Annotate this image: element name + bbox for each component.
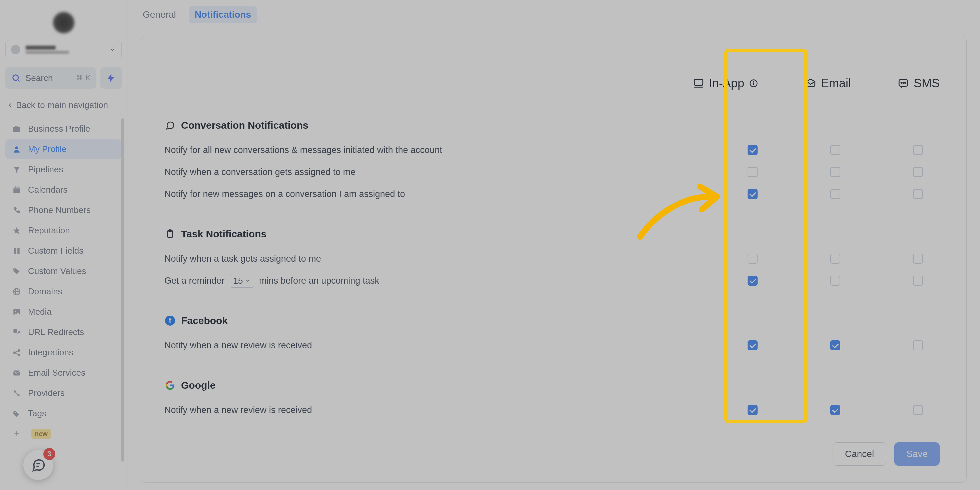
checkbox-email[interactable]: [830, 189, 840, 199]
sparkle-icon: [11, 430, 22, 438]
svg-rect-4: [13, 187, 20, 189]
reminder-value: 15: [234, 276, 243, 286]
sidebar-item-label: Email Services: [28, 368, 85, 378]
sidebar-item-label: URL Redirects: [28, 327, 84, 337]
section-title: Conversation Notifications: [181, 120, 309, 131]
chat-badge: 3: [43, 448, 55, 460]
share-icon: [11, 348, 22, 357]
sidebar-item-url-redirects[interactable]: URL Redirects: [5, 322, 122, 342]
footer-actions: Cancel Save: [833, 442, 940, 466]
checkbox-in-app[interactable]: [748, 145, 757, 155]
sidebar-item-label: Custom Values: [28, 266, 86, 276]
checkbox-sms[interactable]: [913, 340, 923, 350]
info-icon[interactable]: [749, 79, 758, 88]
section-title: Google: [181, 380, 215, 391]
sidebar-item-label: Tags: [28, 408, 46, 418]
notification-row: Notify when a new review is received: [164, 399, 943, 421]
tag-icon: [11, 267, 22, 276]
briefcase-icon: [11, 125, 22, 133]
sidebar-item-label: Reputation: [28, 225, 70, 235]
reminder-minutes-select[interactable]: 15: [230, 274, 254, 288]
sidebar-item-domains[interactable]: Domains: [5, 282, 122, 301]
checkbox-in-app[interactable]: [748, 276, 757, 286]
checkbox-in-app[interactable]: [748, 254, 757, 264]
checkbox-in-app[interactable]: [748, 167, 757, 177]
checkbox-in-app[interactable]: [748, 405, 757, 415]
sidebar-item-custom-values[interactable]: Custom Values: [5, 261, 122, 281]
monitor-icon: [693, 78, 704, 89]
clipboard-icon: [164, 228, 176, 240]
svg-point-2: [15, 146, 18, 150]
workspace-name: [25, 46, 69, 54]
quick-action-button[interactable]: [100, 67, 122, 89]
tab-general[interactable]: General: [137, 6, 182, 23]
checkbox-sms[interactable]: [913, 189, 923, 199]
checkbox-in-app[interactable]: [748, 340, 757, 350]
sidebar-nav: Business Profile My Profile Pipelines Ca…: [4, 119, 123, 444]
checkbox-email[interactable]: [830, 405, 840, 415]
workspace-logo: [53, 12, 74, 33]
sidebar-item-phone-numbers[interactable]: Phone Numbers: [5, 200, 122, 220]
lightning-icon: [107, 73, 116, 83]
sidebar-item-my-profile[interactable]: My Profile: [5, 139, 122, 159]
checkbox-email[interactable]: [830, 254, 840, 264]
channel-headers: In-App Email SMS: [693, 76, 940, 90]
facebook-icon: f: [164, 315, 176, 326]
channel-label: SMS: [914, 76, 940, 90]
channel-in-app: In-App: [693, 76, 758, 90]
svg-point-32: [753, 81, 754, 82]
sidebar-item-media[interactable]: Media: [5, 302, 122, 322]
checkbox-in-app[interactable]: [748, 189, 757, 199]
columns-icon: [11, 247, 22, 255]
new-badge: new: [31, 429, 51, 439]
checkbox-sms[interactable]: [913, 145, 923, 155]
checkbox-sms[interactable]: [913, 167, 923, 177]
sidebar-item-calendars[interactable]: Calendars: [5, 180, 122, 200]
tab-notifications[interactable]: Notifications: [189, 6, 258, 23]
sidebar-item-label: My Profile: [28, 144, 67, 154]
chat-widget-button[interactable]: 3: [23, 450, 53, 480]
checkbox-sms[interactable]: [913, 254, 923, 264]
sidebar-item-custom-fields[interactable]: Custom Fields: [5, 241, 122, 261]
search-input[interactable]: Search ⌘ K: [5, 67, 96, 89]
back-navigation[interactable]: Back to main navigation: [4, 97, 123, 118]
sidebar-item-new-feature[interactable]: new: [5, 424, 122, 444]
main-content: General Notifications In-App Email SMS: [127, 0, 980, 490]
svg-rect-7: [14, 248, 16, 254]
channel-email: Email: [805, 76, 851, 90]
sidebar-item-integrations[interactable]: Integrations: [5, 343, 122, 362]
chevron-down-icon: [245, 278, 250, 283]
notification-row: Notify when a conversation gets assigned…: [164, 161, 943, 183]
cancel-button[interactable]: Cancel: [833, 442, 886, 466]
checkbox-email[interactable]: [830, 276, 840, 286]
sidebar-item-business-profile[interactable]: Business Profile: [5, 119, 122, 138]
chat-icon: [164, 120, 176, 131]
svg-point-14: [15, 310, 16, 312]
sidebar-item-providers[interactable]: Providers: [5, 383, 122, 403]
sidebar-item-label: Business Profile: [28, 124, 90, 134]
sidebar-scrollbar[interactable]: [121, 118, 124, 462]
checkbox-email[interactable]: [830, 340, 840, 350]
checkbox-email[interactable]: [830, 167, 840, 177]
envelope-icon: [11, 369, 22, 377]
connector-icon: [11, 389, 22, 398]
sidebar-item-reputation[interactable]: Reputation: [5, 221, 122, 240]
checkbox-email[interactable]: [830, 145, 840, 155]
redirect-icon: [11, 328, 22, 337]
label-icon: [11, 409, 22, 418]
star-icon: [11, 226, 22, 235]
sidebar-item-email-services[interactable]: Email Services: [5, 363, 122, 383]
notification-row: Notify when a new review is received: [164, 334, 943, 356]
row-label: Notify when a conversation gets assigned…: [164, 167, 355, 177]
sidebar-item-tags[interactable]: Tags: [5, 404, 122, 423]
workspace-selector[interactable]: [5, 40, 122, 59]
checkbox-sms[interactable]: [913, 276, 923, 286]
sidebar: Search ⌘ K Back to main navigation Busin…: [0, 0, 127, 490]
notification-row: Notify for new messages on a conversatio…: [164, 183, 943, 205]
svg-point-9: [14, 269, 15, 270]
checkbox-sms[interactable]: [913, 405, 923, 415]
sidebar-item-pipelines[interactable]: Pipelines: [5, 160, 122, 179]
save-button[interactable]: Save: [894, 442, 940, 466]
sidebar-item-label: Providers: [28, 388, 65, 398]
notification-row-reminder: Get a reminder 15 mins before an upcomin…: [164, 270, 943, 292]
